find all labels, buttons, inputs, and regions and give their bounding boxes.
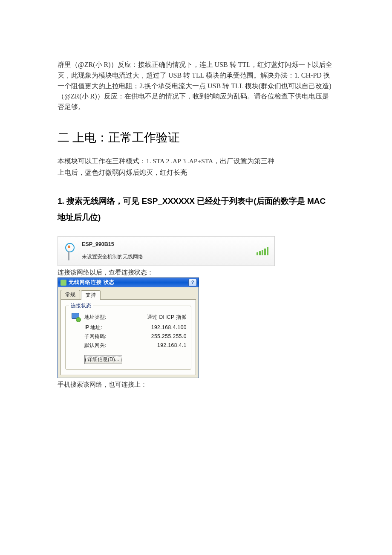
value-gateway: 192.168.4.1 (118, 342, 187, 348)
label-gateway: 默认网关: (84, 342, 118, 349)
details-button[interactable]: 详细信息(D)... (84, 355, 122, 364)
intro-paragraph: 群里（@ZR(小 R)）反应：接线正确的情况下，连上 USB 转 TTL，红灯蓝… (58, 60, 334, 113)
wifi-signal-icon (257, 247, 268, 255)
heading-section-2: 二 上电：正常工作验证 (58, 130, 334, 146)
modes-line2: 上电后，蓝色灯微弱闪烁后熄灭，红灯长亮 (58, 168, 334, 178)
network-icon (70, 313, 81, 322)
dialog-title-icon (61, 280, 66, 286)
wifi-ssid: ESP_990B15 (82, 241, 257, 247)
label-address-type: 地址类型: (84, 314, 118, 321)
label-mask: 子网掩码: (84, 333, 118, 340)
dialog-titlebar: 无线网络连接 状态 ? (58, 278, 199, 287)
label-ip: IP 地址: (84, 324, 118, 331)
connection-status-dialog: 无线网络连接 状态 ? 常规 支持 连接状态 地址类型: 通过 DHCP 指派 (58, 278, 199, 378)
after-dialog-text: 手机搜索该网络，也可连接上： (58, 381, 334, 389)
wifi-security: 未设置安全机制的无线网络 (82, 253, 257, 260)
after-wifi-text: 连接该网络以后，查看连接状态： (58, 269, 334, 277)
wifi-list-item[interactable]: ESP_990B15 未设置安全机制的无线网络 (58, 236, 275, 266)
modes-line1: 本模块可以工作在三种模式：1. STA 2 .AP 3 .AP+STA，出厂设置… (58, 156, 334, 167)
help-button[interactable]: ? (188, 279, 197, 286)
value-mask: 255.255.255.0 (118, 333, 187, 339)
value-address-type: 通过 DHCP 指派 (118, 314, 187, 321)
dialog-title: 无线网络连接 状态 (69, 279, 188, 286)
group-label-connection: 连接状态 (69, 302, 93, 309)
tab-general[interactable]: 常规 (61, 290, 80, 299)
value-ip: 192.168.4.100 (118, 324, 187, 330)
wifi-beacon-icon (64, 242, 74, 260)
tab-support[interactable]: 支持 (81, 290, 101, 300)
heading-step-1: 1. 搜索无线网络，可见 ESP_XXXXXX 已经处于列表中(后面的数字是 M… (58, 193, 334, 225)
